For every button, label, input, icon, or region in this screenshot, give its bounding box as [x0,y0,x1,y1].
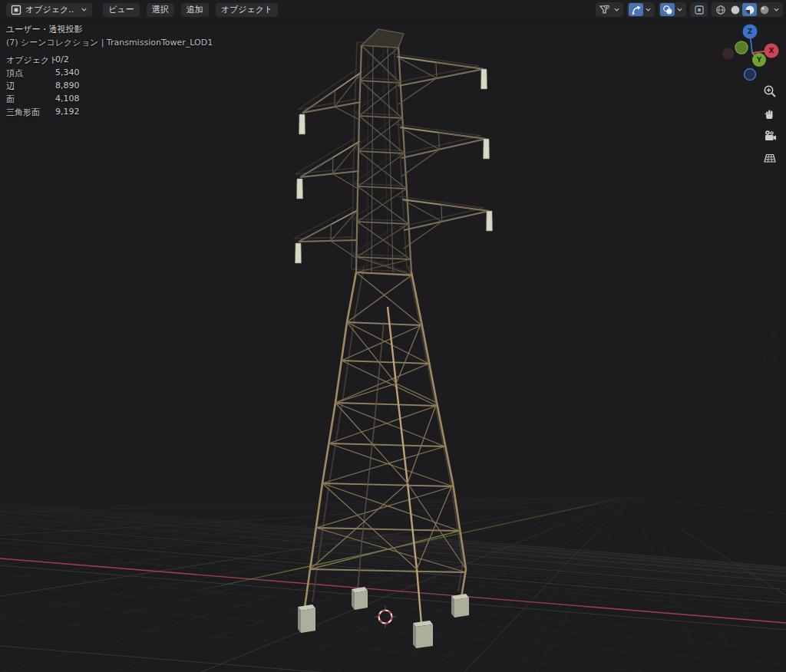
camera-view-button[interactable] [761,127,778,144]
overlays-icon [662,5,673,15]
object-mode-icon [11,5,21,15]
gizmo-axis-y-negative[interactable] [735,41,748,54]
solid-sphere-icon [730,5,741,15]
overlays-group [659,2,686,17]
xray-icon [694,5,705,15]
stat-vertices: 頂点5,340 [6,68,80,81]
magnifier-plus-icon [763,84,777,98]
wireframe-sphere-icon [715,5,726,15]
movie-camera-icon [763,129,777,143]
scene-statistics: オブジェクト0/2 頂点5,340 辺8,890 面4,108 三角形面9,19… [6,54,80,120]
zoom-button[interactable] [761,83,778,100]
gizmo-axis-z[interactable]: Z [743,25,758,39]
gizmo-axis-x[interactable]: X [765,44,779,58]
menu-view[interactable]: ビュー [103,3,140,17]
menu-object[interactable]: オブジェクト [216,3,279,17]
shading-rendered-button[interactable] [757,3,771,16]
gizmos-group [627,2,655,17]
gizmo-axis-z-negative[interactable] [745,69,756,81]
stat-triangles: 三角形面9,192 [6,107,80,120]
show-overlays-toggle[interactable] [660,3,675,16]
toggle-xray-button[interactable] [692,3,706,16]
blender-window: { "header": { "mode_button": { "label": … [0,0,786,672]
viewport-3d[interactable] [0,0,786,672]
shading-wireframe-button[interactable] [713,3,728,16]
rendered-sphere-icon [759,5,770,15]
visibility-dropdown-button[interactable] [612,3,622,16]
gizmos-dropdown-button[interactable] [643,3,653,16]
menu-select[interactable]: 選択 [147,3,174,17]
horizon-fade [0,457,786,565]
shading-solid-button[interactable] [728,3,742,16]
breadcrumb: (7) シーンコレクション | TransmissionTower_LOD1 [6,37,213,48]
ortho-grid-icon [763,151,777,165]
gizmo-axis-y[interactable]: Y [752,53,766,67]
stat-objects: オブジェクト0/2 [6,54,80,68]
chevron-down-icon [81,6,88,13]
material-preview-sphere-icon [745,5,755,15]
chevron-down-icon [676,6,683,13]
mode-dropdown[interactable]: オブジェク.. [6,3,92,17]
show-gizmos-toggle[interactable] [629,3,643,16]
funnel-eye-icon [599,4,610,15]
stat-edges: 辺8,890 [6,81,80,94]
shading-modes-group [712,2,783,17]
view-label: ユーザー・透視投影 [6,24,83,35]
selectability-visibility-button[interactable] [597,3,612,16]
chevron-down-icon [645,6,652,13]
chevron-down-icon [613,6,620,13]
viewport-nav-controls [761,83,778,166]
stat-faces: 面4,108 [6,94,80,107]
visibility-group [596,2,623,17]
svg-text:X: X [769,47,774,54]
menu-add[interactable]: 追加 [181,3,209,17]
shading-dropdown-button[interactable] [771,3,781,16]
navigation-gizmo[interactable]: Z X Y [716,20,786,86]
toggle-perspective-button[interactable] [761,150,778,166]
gizmo-arrow-icon [631,5,642,15]
xray-group [690,2,708,17]
svg-text:Z: Z [748,28,753,35]
shading-material-preview-button[interactable] [742,3,757,16]
mode-dropdown-label: オブジェク.. [25,3,74,17]
viewport-header: オブジェク.. ビュー 選択 追加 オブジェクト [0,0,786,20]
chevron-down-icon [773,6,780,13]
overlays-dropdown-button[interactable] [675,3,685,16]
gizmo-axis-x-negative[interactable] [723,48,735,60]
pan-button[interactable] [761,105,778,122]
hand-icon [763,107,777,120]
svg-text:Y: Y [756,56,762,64]
